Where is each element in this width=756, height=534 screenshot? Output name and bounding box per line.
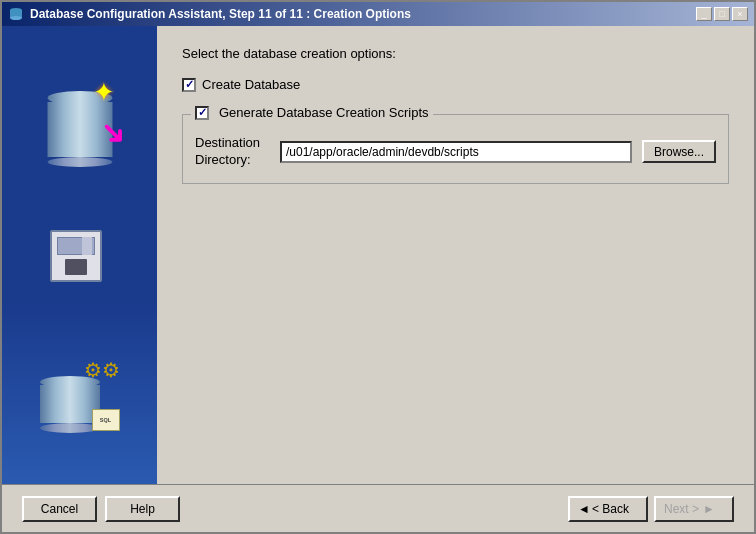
footer-right-buttons: ◄ < Back Next > ► <box>568 496 734 522</box>
sql-label: SQL <box>92 409 120 431</box>
back-button[interactable]: ◄ < Back <box>568 496 648 522</box>
instruction-text: Select the database creation options: <box>182 46 729 61</box>
cancel-button[interactable]: Cancel <box>22 496 97 522</box>
generate-scripts-checkbox[interactable] <box>195 106 209 120</box>
destination-row: Destination Directory: Browse... <box>195 135 716 169</box>
destination-input[interactable] <box>280 141 632 163</box>
title-bar: Database Configuration Assistant, Step 1… <box>2 2 754 26</box>
close-button[interactable]: × <box>732 7 748 21</box>
title-bar-left: Database Configuration Assistant, Step 1… <box>8 6 411 22</box>
window-icon <box>8 6 24 22</box>
gear-icon: ⚙⚙ <box>84 358 120 382</box>
main-window: Database Configuration Assistant, Step 1… <box>0 0 756 534</box>
title-buttons: _ □ × <box>696 7 748 21</box>
star-icon: ✦ <box>93 77 115 108</box>
left-panel: ✦ ➜ <box>2 26 157 484</box>
window-title: Database Configuration Assistant, Step 1… <box>30 7 411 21</box>
right-panel: Select the database creation options: Cr… <box>157 26 754 484</box>
main-content: ✦ ➜ <box>2 26 754 484</box>
footer: Cancel Help ◄ < Back Next > ► <box>2 484 754 532</box>
database-bottom-icon: ⚙⚙ SQL <box>40 358 120 433</box>
create-database-checkbox[interactable] <box>182 78 196 92</box>
group-title-row: Generate Database Creation Scripts <box>191 105 433 120</box>
browse-button[interactable]: Browse... <box>642 140 716 163</box>
next-button[interactable]: Next > ► <box>654 496 734 522</box>
cylinder-secondary <box>40 373 100 433</box>
footer-left-buttons: Cancel Help <box>22 496 180 522</box>
create-database-row: Create Database <box>182 77 729 92</box>
svg-point-2 <box>10 16 22 20</box>
maximize-button[interactable]: □ <box>714 7 730 21</box>
floppy-icon <box>50 230 110 290</box>
create-database-label: Create Database <box>202 77 300 92</box>
generate-scripts-group: Generate Database Creation Scripts Desti… <box>182 106 729 184</box>
generate-scripts-label: Generate Database Creation Scripts <box>219 105 429 120</box>
next-arrow-icon: ► <box>703 502 715 516</box>
destination-label: Destination Directory: <box>195 135 270 169</box>
help-button[interactable]: Help <box>105 496 180 522</box>
database-top-icon: ✦ ➜ <box>40 77 120 167</box>
back-arrow-icon: ◄ <box>578 502 590 516</box>
minimize-button[interactable]: _ <box>696 7 712 21</box>
